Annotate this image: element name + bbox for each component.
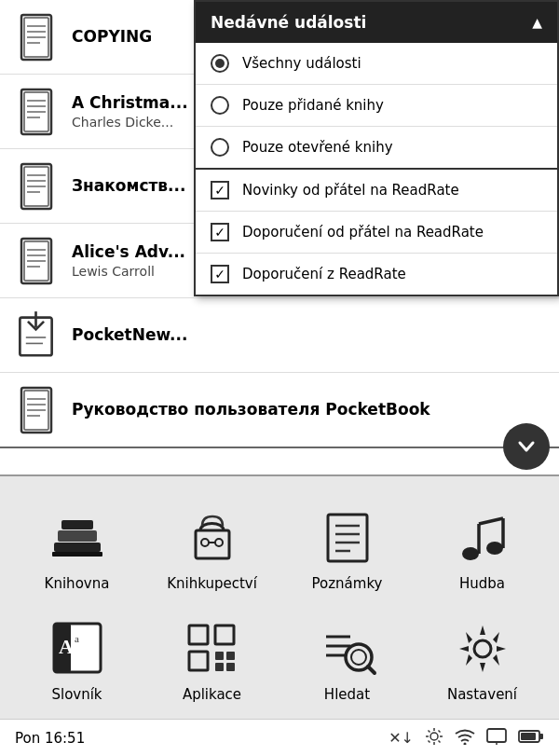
apps-icon bbox=[180, 615, 245, 680]
svg-rect-84 bbox=[521, 733, 536, 740]
app-label: Knihovna bbox=[45, 575, 110, 592]
svg-text:a: a bbox=[75, 633, 79, 644]
svg-rect-80 bbox=[487, 729, 506, 742]
app-item-poznamky[interactable]: Poznámky bbox=[280, 495, 415, 606]
radio-circle-opened bbox=[211, 138, 229, 157]
svg-line-51 bbox=[479, 518, 503, 524]
scroll-down-button[interactable] bbox=[503, 423, 550, 470]
checkbox-news: ✓ bbox=[211, 181, 229, 199]
svg-point-70 bbox=[430, 733, 438, 740]
app-label: Nastavení bbox=[447, 686, 517, 703]
dictionary-icon: A a bbox=[45, 615, 110, 680]
status-icons: ✕↓ bbox=[389, 727, 544, 749]
book-icon bbox=[15, 235, 57, 286]
radio-label-opened: Pouze otevřené knihy bbox=[242, 139, 393, 156]
app-label: Knihkupectví bbox=[167, 575, 257, 592]
book-title: COPYING bbox=[72, 27, 152, 46]
app-label: Poznámky bbox=[312, 575, 383, 592]
book-title: Руководство пользователя PocketBook bbox=[72, 400, 430, 419]
pocketnews-item[interactable]: PocketNew... bbox=[0, 298, 559, 373]
checkbox-friends-rec: ✓ bbox=[211, 223, 229, 241]
app-item-slovnik[interactable]: A a Slovník bbox=[9, 606, 144, 717]
app-label: Hudba bbox=[459, 575, 505, 592]
svg-rect-61 bbox=[215, 663, 224, 671]
checkbox-rr-rec: ✓ bbox=[211, 265, 229, 283]
book-title: PocketNew... bbox=[72, 325, 187, 344]
dropdown-radio-all[interactable]: Všechny události bbox=[196, 43, 557, 85]
svg-line-77 bbox=[439, 730, 441, 732]
notes-icon bbox=[315, 504, 380, 570]
radio-circle-all bbox=[211, 54, 229, 73]
library-icon bbox=[45, 504, 110, 570]
dropdown-checkbox-friends-rec[interactable]: ✓ Doporučení od přátel na ReadRate bbox=[196, 212, 557, 254]
svg-rect-85 bbox=[539, 734, 543, 739]
book-info: Руководство пользователя PocketBook bbox=[72, 400, 430, 419]
svg-rect-59 bbox=[215, 652, 224, 660]
app-item-nastaveni[interactable]: Nastavení bbox=[415, 606, 550, 717]
svg-text:A: A bbox=[59, 635, 74, 658]
music-icon bbox=[450, 504, 515, 570]
svg-rect-62 bbox=[226, 663, 235, 671]
app-label: Hledat bbox=[324, 686, 370, 703]
book-info: Знакомств... bbox=[72, 176, 185, 195]
book-info: A Christma... Charles Dicke... bbox=[72, 93, 188, 129]
app-item-knihovna[interactable]: Knihovna bbox=[9, 495, 144, 606]
book-icon bbox=[15, 160, 57, 212]
radio-circle-added bbox=[211, 96, 229, 115]
book-info: Alice's Adv... Lewis Carroll bbox=[72, 242, 185, 278]
app-item-aplikace[interactable]: Aplikace bbox=[144, 606, 280, 717]
screen-icon bbox=[486, 728, 507, 749]
svg-rect-57 bbox=[215, 625, 234, 644]
dropdown-checkbox-rr-rec[interactable]: ✓ Doporučení z ReadRate bbox=[196, 254, 557, 295]
app-label: Slovník bbox=[51, 686, 102, 703]
radio-label-all: Všechny události bbox=[242, 55, 361, 72]
dropdown-title: Nedávné události bbox=[211, 13, 366, 32]
svg-line-68 bbox=[368, 667, 375, 673]
checkbox-label-rr-rec: Doporučení z ReadRate bbox=[242, 266, 406, 282]
dropdown-radio-opened[interactable]: Pouze otevřené knihy bbox=[196, 127, 557, 168]
book-icon bbox=[15, 11, 57, 62]
download-icon bbox=[15, 309, 57, 361]
dropdown-arrow-up: ▲ bbox=[532, 15, 542, 30]
svg-rect-56 bbox=[189, 625, 208, 644]
book-title: Знакомств... bbox=[72, 176, 185, 195]
wifi-icon bbox=[455, 728, 475, 749]
dropdown-header: Nedávné události ▲ bbox=[196, 2, 557, 43]
svg-rect-34 bbox=[54, 543, 101, 552]
settings-icon bbox=[450, 615, 515, 680]
status-bar: Pon 16:51 ✕↓ bbox=[0, 719, 559, 756]
book-title: Alice's Adv... bbox=[72, 242, 185, 261]
app-item-hledat[interactable]: Hledat bbox=[280, 606, 415, 717]
book-author: Charles Dicke... bbox=[72, 115, 188, 130]
checkbox-label-news: Novinky od přátel na ReadRate bbox=[242, 182, 459, 199]
app-item-knihkupectvi[interactable]: Knihkupectví bbox=[144, 495, 280, 606]
svg-line-75 bbox=[429, 730, 430, 732]
brightness-icon bbox=[425, 727, 443, 749]
download-status-icon: ✕↓ bbox=[389, 729, 414, 747]
svg-point-47 bbox=[462, 547, 479, 560]
manual-item[interactable]: Руководство пользователя PocketBook bbox=[0, 373, 559, 448]
dropdown-overlay: Nedávné události ▲ Všechny události Pouz… bbox=[194, 0, 559, 296]
search-icon bbox=[315, 615, 380, 680]
svg-rect-36 bbox=[61, 520, 93, 529]
svg-rect-35 bbox=[58, 530, 97, 542]
app-label: Aplikace bbox=[183, 686, 241, 703]
svg-rect-60 bbox=[226, 652, 235, 660]
svg-rect-37 bbox=[52, 552, 102, 557]
svg-line-76 bbox=[439, 740, 441, 742]
svg-point-39 bbox=[201, 539, 209, 546]
book-title: A Christma... bbox=[72, 93, 188, 112]
svg-line-78 bbox=[429, 740, 430, 742]
svg-rect-38 bbox=[196, 530, 229, 558]
book-author: Lewis Carroll bbox=[72, 264, 185, 279]
status-time: Pon 16:51 bbox=[15, 730, 389, 747]
app-item-hudba[interactable]: Hudba bbox=[415, 495, 550, 606]
book-info: PocketNew... bbox=[72, 325, 187, 344]
shop-icon bbox=[180, 504, 245, 570]
radio-label-added: Pouze přidané knihy bbox=[242, 97, 384, 114]
dropdown-radio-added[interactable]: Pouze přidané knihy bbox=[196, 85, 557, 127]
book-info: COPYING bbox=[72, 27, 152, 46]
app-grid: Knihovna Knihkupectví bbox=[0, 474, 559, 726]
dropdown-checkbox-news[interactable]: ✓ Novinky od přátel na ReadRate bbox=[196, 170, 557, 212]
svg-point-48 bbox=[486, 542, 503, 555]
